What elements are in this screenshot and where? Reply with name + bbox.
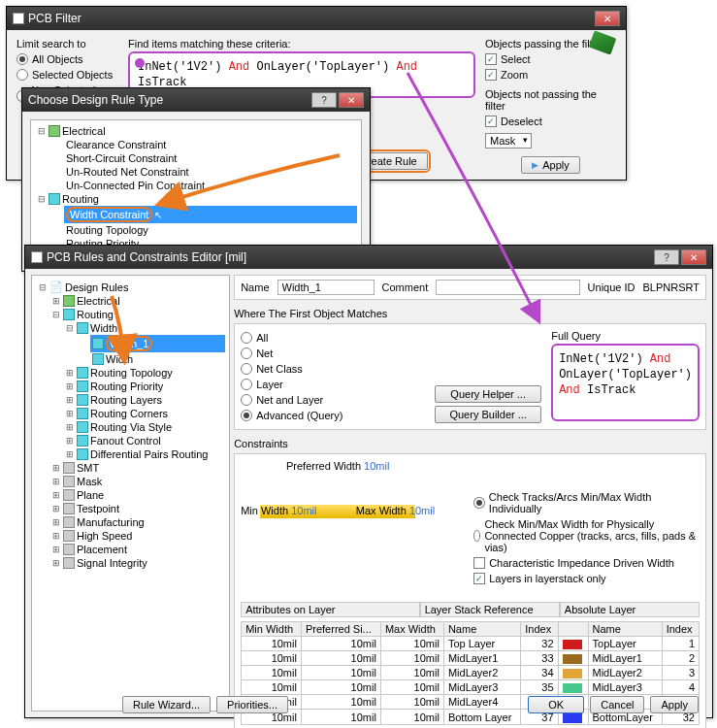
scope-radio[interactable]: Advanced (Query) [241,408,435,423]
table-row[interactable]: 10mil10mil10milMidLayer335MidLayer34 [242,680,700,695]
close-icon[interactable]: ✕ [595,11,620,26]
close-icon[interactable]: ✕ [339,92,364,108]
window-icon [13,13,24,24]
table-row[interactable]: 10mil10mil10milTop Layer32TopLayer1 [242,637,700,651]
scope-radio[interactable]: Net Class [241,361,435,377]
apply-button[interactable]: Apply [521,156,580,174]
editor-window: PCB Rules and Constraints Editor [mil] ?… [24,245,713,718]
check-option[interactable]: ✓Deselect [485,114,616,129]
routing-icon [49,193,60,205]
full-query-label: Full Query [551,330,700,342]
tree-node-width1[interactable]: Width_1 [90,335,225,352]
query-builder-button[interactable]: Query Builder ... [435,406,541,423]
help-icon[interactable]: ? [654,249,679,265]
where-label: Where The First Object Matches [234,308,706,319]
editor-rule-tree[interactable]: ⊟📄Design Rules ⊞Electrical ⊟Routing ⊟Wid… [31,275,230,711]
tree-node[interactable]: ⊟Electrical [35,124,357,138]
rule-wizard-button[interactable]: Rule Wizard... [122,696,211,713]
window-icon [31,251,43,263]
close-icon[interactable]: ✕ [681,249,706,265]
electrical-icon [63,295,75,307]
electrical-icon [49,125,60,137]
help-icon[interactable]: ? [311,92,337,108]
scope-radio[interactable]: Layer [241,377,435,392]
check-option[interactable]: ✓Zoom [485,67,616,83]
table-row[interactable]: 10mil10mil10milMidLayer234MidLayer23 [242,666,700,680]
table-row[interactable]: 10mil10mil10milMidLayer133MidLayer12 [242,651,700,666]
scope-radio[interactable]: Net and Layer [241,392,435,408]
title: PCB Filter [28,12,81,25]
mask-dropdown[interactable]: Mask [485,133,532,149]
cancel-button[interactable]: Cancel [590,696,644,713]
radio-option[interactable]: Selected Objects [16,67,128,83]
editor-titlebar[interactable]: PCB Rules and Constraints Editor [mil] ?… [25,246,712,269]
criteria-label: Find items matching these criteria: [128,36,475,51]
comment-input[interactable] [436,280,579,295]
tree-node[interactable]: ⊟Routing [35,192,357,206]
apply-button[interactable]: Apply [650,696,699,713]
full-query-box[interactable]: InNet('1V2') And OnLayer('TopLayer')And … [551,344,700,421]
rule-type-titlebar[interactable]: Choose Design Rule Type ? ✕ [22,88,370,112]
notpassing-label: Objects not passing the filter [485,86,616,114]
routing-icon [63,309,75,320]
radio-option[interactable]: All Objects [16,51,128,67]
scope-radio[interactable]: All [241,330,435,346]
check-option[interactable]: ✓Select [485,51,616,67]
pcb-filter-titlebar[interactable]: PCB Filter ✕ [7,7,626,30]
priorities-button[interactable]: Priorities... [216,696,288,713]
rule-header: Name Comment Unique ID BLPNRSRT [234,275,706,300]
scope-radio[interactable]: Net [241,346,435,361]
name-input[interactable] [277,280,375,295]
title: PCB Rules and Constraints Editor [mil] [47,250,246,264]
limit-label: Limit search to [16,36,128,51]
rule-type-tree[interactable]: ⊟Electrical Clearance ConstraintShort-Ci… [30,119,362,265]
title: Choose Design Rule Type [28,93,163,107]
query-helper-button[interactable]: Query Helper ... [435,385,541,403]
ok-button[interactable]: OK [528,696,584,713]
